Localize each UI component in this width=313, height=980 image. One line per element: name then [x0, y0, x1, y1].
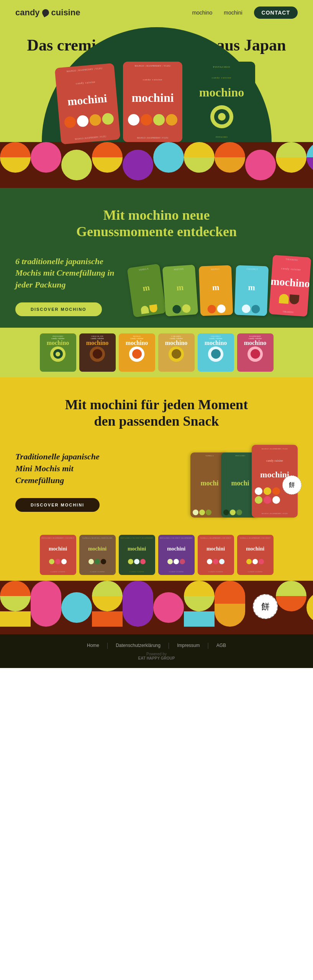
thumb-flavor: PISTACHIO | COCONUT | RASPBERRY — [120, 537, 153, 539]
footer-links: Home | Datenschutzerklärung | Impressum … — [87, 642, 226, 649]
bp-9 — [276, 581, 306, 627]
thumb-content: COCONUT candy cuisine mochino — [198, 333, 234, 372]
thumb-circle — [208, 346, 223, 362]
mochino-bag-1: VANILLA m — [127, 264, 166, 318]
logo-text: candy — [15, 8, 40, 18]
nav-mochino[interactable]: mochino — [192, 10, 212, 16]
bag-label: MANGO | RASPBERRY | YUZU — [67, 67, 103, 72]
thumb-flavor: VANILLA | MATCHA | CHOCOLATE — [82, 537, 113, 539]
thumb-mango: MANGO candy cuisine mochino — [119, 333, 155, 372]
footer-datenschutz[interactable]: Datenschutzerklärung — [116, 643, 161, 648]
thumb-name: mochini — [128, 546, 146, 552]
logo-icon — [41, 8, 50, 17]
bottom-pattern-grid: 餅 — [0, 581, 313, 634]
bp-5 — [123, 581, 153, 627]
thumb-content: CHOCOLATE candy cuisine mochino — [79, 333, 116, 372]
discover-mochino-button[interactable]: DISCOVER MOCHINO — [15, 302, 102, 316]
inner-circle — [93, 349, 102, 359]
bag-flavor: MATCHA — [174, 268, 184, 271]
pat-2 — [31, 142, 61, 188]
mochini-bag-mango-raspberry: MANGO | RASPBERRY | YUZU candy cuisine m… — [252, 445, 298, 518]
pat-7 — [184, 142, 215, 188]
nav-links: mochino mochini CONTACT — [192, 7, 298, 19]
pat-10 — [276, 142, 306, 188]
bp-seal: 餅 — [245, 581, 276, 627]
bag-dots — [172, 304, 191, 314]
bag-flavor: MANGO — [211, 268, 220, 271]
mochino-bag-3: MANGO m — [199, 265, 233, 316]
mochini-thumb-2: VANILLA | MATCHA | CHOCOLATE mochini can… — [79, 535, 116, 575]
thumb-chocolate: CHOCOLATE candy cuisine mochino — [79, 333, 116, 372]
thumb-name: mochino — [205, 340, 227, 346]
bag-name: mochini — [131, 92, 174, 103]
bottom-label: MANGO | RASPBERRY | YUZU — [255, 513, 295, 514]
bp-10 — [306, 581, 313, 627]
thumb-name: mochini — [246, 546, 264, 552]
footer: Home | Datenschutzerklärung | Impressum … — [0, 634, 313, 668]
footer-agb[interactable]: AGB — [216, 643, 226, 648]
mochini-section: Mit mochini für jeden Momentden passende… — [0, 377, 313, 529]
thumb-caramel: CARAMEL candy cuisine mochino — [158, 333, 195, 372]
thumb-name: mochino — [165, 340, 188, 346]
bag-name: m — [142, 284, 150, 292]
bp-7 — [184, 581, 215, 627]
mochini-text: Traditionelle japanische Mini Mochis mit… — [15, 451, 115, 511]
pat-9 — [245, 142, 276, 188]
mochini-thumb-4: PISTACHIO | COCONUT | RASPBERRY mochini … — [158, 535, 195, 575]
bottom-pattern-strip: 餅 — [0, 581, 313, 634]
thumb-content: MANGO candy cuisine mochino — [119, 333, 155, 372]
bag-name: m — [212, 284, 220, 291]
bag-name: m — [176, 284, 184, 292]
inner-circle — [53, 349, 63, 359]
thumb-flavor: PISTACHIO | RASPBERRY | COCONUT — [41, 537, 74, 539]
thumb-dots — [246, 559, 264, 564]
discover-mochini-button[interactable]: DISCOVER MOCHINI — [15, 498, 100, 512]
thumb-name: mochini — [49, 546, 67, 552]
bag-flavor: COCONUT — [247, 268, 258, 271]
footer-impressum[interactable]: Impressum — [177, 643, 200, 648]
pat-1 — [0, 142, 31, 188]
bag-label: PISTACHIO — [213, 65, 230, 69]
footer-home[interactable]: Home — [87, 643, 99, 648]
mochini-thumbnails: PISTACHIO | RASPBERRY | COCONUT mochini … — [0, 529, 313, 581]
inner-circle — [132, 349, 142, 359]
bag-brand: candy cuisine — [76, 80, 96, 85]
bag-label: MANGO | RASPBERRY | YUZU — [135, 65, 171, 67]
thumb-brand: candy cuisine — [51, 571, 66, 573]
bag-dots — [242, 304, 260, 314]
bp-6 — [153, 581, 184, 627]
mochini-thumb-1: PISTACHIO | RASPBERRY | COCONUT mochini … — [40, 535, 76, 575]
hero-section: Das cremige Trend-Dessert aus Japan MANG… — [0, 25, 313, 142]
mochini-body: Traditionelle japanische Mini Mochis mit… — [15, 451, 115, 486]
pattern-grid: 餅 — [0, 142, 313, 188]
thumb-name: mochini — [206, 546, 225, 552]
pat-11 — [306, 142, 313, 188]
thumb-dots — [167, 559, 185, 564]
bag-brand: candy cuisine — [281, 267, 301, 272]
mochino-body: 6 traditionelle japanische Mochis mit Cr… — [15, 256, 123, 291]
contact-button[interactable]: CONTACT — [254, 7, 298, 19]
bag-name: m — [248, 284, 255, 291]
bag-dots — [207, 304, 226, 314]
pat-8 — [215, 142, 245, 188]
thumb-circle — [90, 346, 105, 362]
bag-design — [210, 105, 233, 128]
bag-brand: candy cuisine — [255, 459, 295, 462]
nav-mochini[interactable]: mochini — [224, 10, 242, 16]
dot-row-2 — [255, 496, 295, 504]
thumb-flavor: VANILLA | RASPBERRY | COCONUT — [239, 537, 270, 539]
mochini-thumb-6: VANILLA | RASPBERRY | COCONUT mochini ca… — [237, 535, 274, 575]
thumb-flavor: VANILLA | RASPBERRY | COCONUT — [200, 537, 231, 539]
hero-bag-mochino: PISTACHIO candy cuisine mochino PISTACHI… — [188, 62, 255, 142]
footer-divider-1: | — [107, 642, 108, 649]
bp-8 — [215, 581, 245, 627]
thumb-dots — [49, 559, 67, 564]
bag-bottom-label: TIRAMISU — [283, 310, 294, 314]
navigation: candy cuisine mochino mochini CONTACT — [0, 0, 313, 25]
logo-text2: cuisine — [51, 8, 80, 18]
mochino-bag-4: COCONUT m — [234, 265, 269, 316]
bp-4 — [92, 581, 123, 627]
powered-by-company: EAT HAPPY GROUP — [138, 656, 175, 660]
thumb-name: mochini — [88, 546, 107, 552]
bag-name: mochino — [199, 87, 244, 98]
